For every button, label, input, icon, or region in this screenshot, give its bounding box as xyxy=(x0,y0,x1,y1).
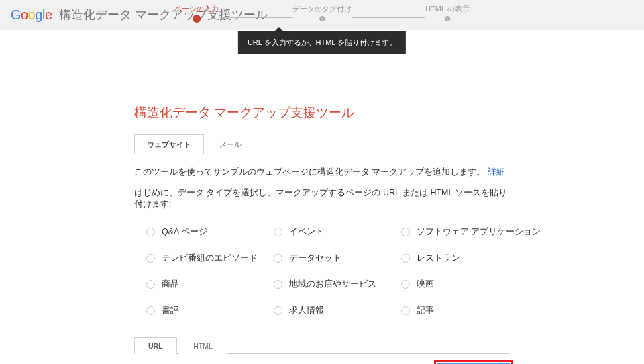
input-tabs: URL HTML xyxy=(134,336,510,354)
radio-label: ソフトウェア アプリケーション xyxy=(417,226,541,238)
subintro-text: はじめに、データ タイプを選択し、マークアップするページの URL または HT… xyxy=(134,187,510,210)
radio-option[interactable]: レストラン xyxy=(401,253,549,264)
radio-option[interactable]: 書評 xyxy=(146,305,274,316)
radio-icon xyxy=(274,306,282,315)
radio-icon xyxy=(146,228,155,236)
tab-mail[interactable]: メール xyxy=(207,134,254,154)
radio-label: 映画 xyxy=(417,279,434,290)
radio-label: 記事 xyxy=(417,305,434,316)
radio-label: 書評 xyxy=(162,305,179,316)
radio-icon xyxy=(401,306,410,315)
input-tab-url[interactable]: URL xyxy=(134,337,177,354)
step-3[interactable]: HTML の表示 xyxy=(425,4,470,21)
radio-option[interactable]: データセット xyxy=(274,253,401,264)
stepper: ページの入力 データのタグ付け HTML の表示 xyxy=(174,4,470,23)
radio-icon xyxy=(274,280,282,289)
radio-label: テレビ番組のエピソード xyxy=(162,253,258,264)
step-1[interactable]: ページの入力 xyxy=(174,4,219,23)
radio-option[interactable]: 地域のお店やサービス xyxy=(274,279,401,290)
google-logo: Google xyxy=(11,7,52,23)
data-type-options: Q&A ページイベントソフトウェア アプリケーションテレビ番組のエピソードデータ… xyxy=(146,226,510,316)
radio-icon xyxy=(146,254,155,263)
radio-option[interactable]: ソフトウェア アプリケーション xyxy=(401,226,549,238)
radio-option[interactable]: 求人情報 xyxy=(274,305,401,316)
radio-icon xyxy=(146,306,155,315)
radio-icon xyxy=(274,254,282,263)
radio-option[interactable]: テレビ番組のエピソード xyxy=(146,253,274,264)
radio-label: データセット xyxy=(289,253,341,264)
radio-label: 商品 xyxy=(162,279,179,290)
radio-option[interactable]: 商品 xyxy=(146,279,274,290)
radio-option[interactable]: イベント xyxy=(274,226,401,238)
page-title: 構造化データ マークアップ支援ツール xyxy=(134,104,510,122)
radio-label: イベント xyxy=(289,226,324,238)
content-tabs: ウェブサイト メール xyxy=(134,134,510,154)
radio-icon xyxy=(401,228,410,236)
radio-label: 求人情報 xyxy=(289,305,324,316)
radio-option[interactable]: 映画 xyxy=(401,279,549,290)
radio-icon xyxy=(274,228,282,236)
radio-icon xyxy=(401,280,410,289)
radio-label: レストラン xyxy=(417,253,460,264)
radio-option[interactable]: Q&A ページ xyxy=(146,226,274,238)
input-tab-html[interactable]: HTML xyxy=(179,337,227,354)
radio-label: Q&A ページ xyxy=(162,226,207,238)
tab-website[interactable]: ウェブサイト xyxy=(134,134,204,154)
radio-icon xyxy=(401,254,410,263)
radio-option[interactable]: 記事 xyxy=(401,305,549,316)
header: Google 構造化データ マークアップ支援ツール ページの入力 データのタグ付… xyxy=(0,0,644,30)
details-link[interactable]: 詳細 xyxy=(488,167,505,177)
radio-icon xyxy=(146,280,155,289)
step-2[interactable]: データのタグ付け xyxy=(292,4,352,21)
intro-text: このツールを使ってサンプルのウェブページに構造化データ マークアップを追加します… xyxy=(134,167,510,178)
main-content: 構造化データ マークアップ支援ツール ウェブサイト メール このツールを使ってサ… xyxy=(121,30,523,364)
radio-label: 地域のお店やサービス xyxy=(289,279,376,290)
tooltip: URL を入力するか、HTML を貼り付けます。 xyxy=(238,31,406,54)
